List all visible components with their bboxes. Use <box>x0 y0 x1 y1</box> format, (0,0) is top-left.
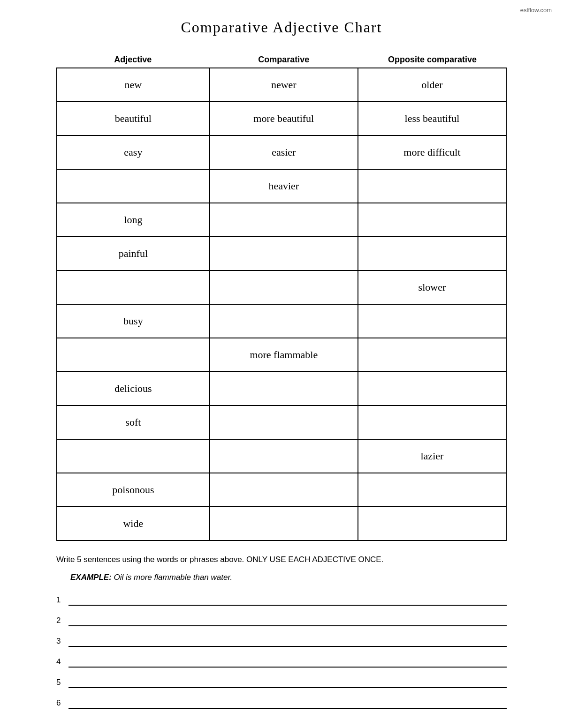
cell-adjective <box>57 338 210 372</box>
table-row: more flammable <box>57 338 506 372</box>
cell-adjective: easy <box>57 135 210 169</box>
table-row: soft <box>57 405 506 439</box>
adjective-chart: newnewerolderbeautifulmore beautifulless… <box>56 68 507 541</box>
col-header-adjective: Adjective <box>56 55 209 65</box>
cell-opposite <box>358 507 506 540</box>
cell-adjective: beautiful <box>57 102 210 135</box>
cell-adjective: long <box>57 203 210 237</box>
col-header-opposite: Opposite comparative <box>358 55 507 65</box>
table-row: busy <box>57 304 506 338</box>
sentence-underline[interactable] <box>68 698 507 709</box>
sentence-underline[interactable] <box>68 595 507 606</box>
col-header-comparative: Comparative <box>209 55 358 65</box>
sentence-line: 5 <box>56 678 507 688</box>
cell-comparative <box>210 372 358 405</box>
column-headers: Adjective Comparative Opposite comparati… <box>56 55 507 65</box>
cell-adjective: delicious <box>57 372 210 405</box>
cell-adjective <box>57 169 210 203</box>
instructions-section: Write 5 sentences using the words or phr… <box>56 555 507 582</box>
table-row: beautifulmore beautifulless beautiful <box>57 102 506 135</box>
cell-adjective: busy <box>57 304 210 338</box>
cell-comparative <box>210 405 358 439</box>
page-title: Comparative Adjective Chart <box>28 19 535 36</box>
cell-comparative: more flammable <box>210 338 358 372</box>
example-text: EXAMPLE: Oil is more flammable than wate… <box>70 573 507 582</box>
cell-adjective: wide <box>57 507 210 540</box>
cell-opposite <box>358 372 506 405</box>
cell-adjective <box>57 270 210 304</box>
cell-comparative: newer <box>210 68 358 102</box>
watermark: eslflow.com <box>520 7 552 14</box>
cell-opposite: less beautiful <box>358 102 506 135</box>
table-row: lazier <box>57 439 506 473</box>
cell-comparative <box>210 203 358 237</box>
table-row: poisonous <box>57 473 506 507</box>
example-label: EXAMPLE: <box>70 573 112 582</box>
sentence-line: 6 <box>56 698 507 709</box>
table-row: painful <box>57 237 506 270</box>
sentences-section: 123456 <box>56 595 507 709</box>
table-row: easyeasiermore difficult <box>57 135 506 169</box>
cell-comparative: more beautiful <box>210 102 358 135</box>
cell-opposite <box>358 304 506 338</box>
cell-opposite <box>358 405 506 439</box>
cell-opposite <box>358 237 506 270</box>
cell-opposite: slower <box>358 270 506 304</box>
cell-comparative: easier <box>210 135 358 169</box>
cell-adjective <box>57 439 210 473</box>
sentence-number: 5 <box>56 678 67 688</box>
cell-adjective: new <box>57 68 210 102</box>
cell-adjective: painful <box>57 237 210 270</box>
example-sentence: Oil is more flammable than water. <box>112 573 232 582</box>
cell-comparative <box>210 473 358 507</box>
cell-opposite: more difficult <box>358 135 506 169</box>
cell-comparative <box>210 304 358 338</box>
cell-opposite <box>358 338 506 372</box>
cell-opposite <box>358 203 506 237</box>
cell-adjective: soft <box>57 405 210 439</box>
cell-opposite <box>358 169 506 203</box>
table-row: wide <box>57 507 506 540</box>
sentence-line: 1 <box>56 595 507 606</box>
table-row: heavier <box>57 169 506 203</box>
sentence-number: 1 <box>56 595 67 606</box>
cell-comparative: heavier <box>210 169 358 203</box>
cell-comparative <box>210 507 358 540</box>
sentence-number: 3 <box>56 637 67 647</box>
cell-comparative <box>210 270 358 304</box>
sentence-line: 2 <box>56 616 507 626</box>
table-row: newnewerolder <box>57 68 506 102</box>
instructions-text: Write 5 sentences using the words or phr… <box>56 555 507 564</box>
sentence-line: 4 <box>56 657 507 668</box>
cell-opposite: older <box>358 68 506 102</box>
sentence-number: 6 <box>56 698 67 709</box>
cell-opposite <box>358 473 506 507</box>
cell-adjective: poisonous <box>57 473 210 507</box>
table-row: slower <box>57 270 506 304</box>
cell-comparative <box>210 237 358 270</box>
sentence-line: 3 <box>56 637 507 647</box>
sentence-underline[interactable] <box>68 616 507 626</box>
sentence-number: 4 <box>56 657 67 668</box>
cell-comparative <box>210 439 358 473</box>
sentence-underline[interactable] <box>68 678 507 688</box>
sentence-underline[interactable] <box>68 637 507 647</box>
sentence-number: 2 <box>56 616 67 626</box>
cell-opposite: lazier <box>358 439 506 473</box>
sentence-underline[interactable] <box>68 657 507 668</box>
table-row: delicious <box>57 372 506 405</box>
table-row: long <box>57 203 506 237</box>
